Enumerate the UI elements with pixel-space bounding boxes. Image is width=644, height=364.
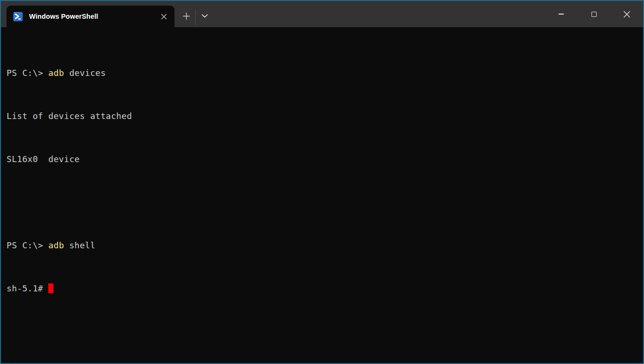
tab-close-button[interactable] xyxy=(156,9,172,24)
prompt-text: PS C:\> xyxy=(7,68,48,78)
close-button[interactable] xyxy=(610,1,643,27)
minimize-icon xyxy=(559,14,564,15)
argument-text: shell xyxy=(64,240,96,250)
argument-text: devices xyxy=(64,68,106,78)
terminal-line: PS C:\> adb shell xyxy=(7,240,643,251)
terminal-line: PS C:\> adb devices xyxy=(7,67,643,78)
titlebar: Windows PowerShell xyxy=(1,1,643,27)
terminal-line: List of devices attached xyxy=(7,111,643,121)
tab-bar-actions xyxy=(177,1,213,27)
minimize-button[interactable] xyxy=(545,1,577,27)
plus-icon xyxy=(182,12,190,20)
maximize-button[interactable] xyxy=(577,1,610,27)
terminal-cursor xyxy=(48,283,53,293)
close-icon xyxy=(623,11,630,18)
terminal-line xyxy=(7,197,643,208)
terminal-line: sh-5.1# xyxy=(7,283,643,294)
terminal-window: Windows PowerShell xyxy=(0,0,644,364)
tab-windows-powershell[interactable]: Windows PowerShell xyxy=(7,6,174,27)
powershell-icon xyxy=(13,12,23,22)
prompt-text: PS C:\> xyxy=(7,240,48,250)
maximize-icon xyxy=(591,12,597,17)
output-text: SL16x0 device xyxy=(7,154,80,164)
tab-dropdown-button[interactable] xyxy=(196,7,213,25)
tab-title: Windows PowerShell xyxy=(29,13,156,20)
command-text: adb xyxy=(48,68,64,78)
close-icon xyxy=(161,14,167,20)
output-text: List of devices attached xyxy=(7,111,132,121)
terminal-screen[interactable]: PS C:\> adb devices List of devices atta… xyxy=(1,27,643,363)
window-controls xyxy=(545,1,643,27)
titlebar-drag-region[interactable] xyxy=(213,1,545,27)
command-text: adb xyxy=(48,240,64,250)
chevron-down-icon xyxy=(202,14,208,18)
terminal-line: SL16x0 device xyxy=(7,154,643,164)
new-tab-button[interactable] xyxy=(177,7,195,25)
prompt-text: sh-5.1# xyxy=(7,283,48,293)
